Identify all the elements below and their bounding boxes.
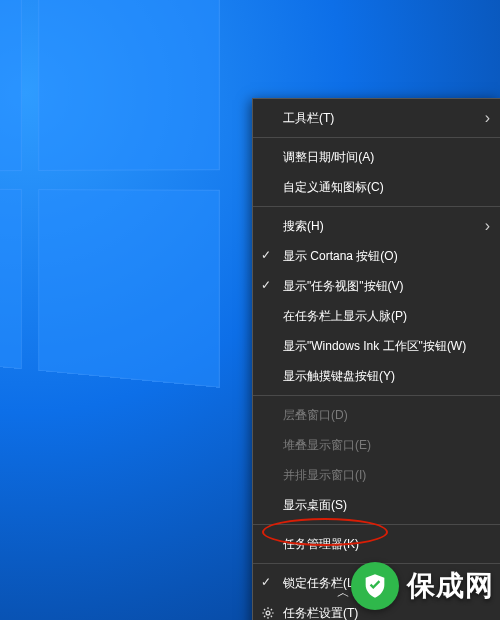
menu-side-by-side: 并排显示窗口(I) [253, 460, 500, 490]
check-icon: ✓ [261, 575, 271, 589]
menu-label: 层叠窗口(D) [283, 407, 348, 424]
menu-label: 搜索(H) [283, 218, 324, 235]
desktop[interactable]: 工具栏(T) 调整日期/时间(A) 自定义通知图标(C) 搜索(H) ✓显示 C… [0, 0, 500, 620]
menu-label: 显示"Windows Ink 工作区"按钮(W) [283, 338, 466, 355]
separator [253, 137, 500, 138]
logo-pane [0, 0, 22, 172]
separator [253, 206, 500, 207]
menu-adjust-date[interactable]: 调整日期/时间(A) [253, 142, 500, 172]
menu-label: 自定义通知图标(C) [283, 179, 384, 196]
svg-point-0 [266, 611, 270, 615]
menu-label: 显示"任务视图"按钮(V) [283, 278, 404, 295]
menu-search[interactable]: 搜索(H) [253, 211, 500, 241]
separator [253, 524, 500, 525]
menu-label: 在任务栏上显示人脉(P) [283, 308, 407, 325]
menu-show-cortana[interactable]: ✓显示 Cortana 按钮(O) [253, 241, 500, 271]
logo-pane [38, 189, 220, 388]
menu-cascade: 层叠窗口(D) [253, 400, 500, 430]
menu-task-manager[interactable]: 任务管理器(K) [253, 529, 500, 559]
menu-label: 显示触摸键盘按钮(Y) [283, 368, 395, 385]
watermark-shield-icon [351, 562, 399, 610]
check-icon: ✓ [261, 248, 271, 262]
menu-show-desktop[interactable]: 显示桌面(S) [253, 490, 500, 520]
watermark: 保成网 [345, 558, 500, 614]
menu-label: 堆叠显示窗口(E) [283, 437, 371, 454]
menu-label: 显示桌面(S) [283, 497, 347, 514]
menu-show-people[interactable]: 在任务栏上显示人脉(P) [253, 301, 500, 331]
menu-toolbars[interactable]: 工具栏(T) [253, 103, 500, 133]
logo-pane [0, 188, 22, 369]
menu-show-taskview[interactable]: ✓显示"任务视图"按钮(V) [253, 271, 500, 301]
menu-show-touchkb[interactable]: 显示触摸键盘按钮(Y) [253, 361, 500, 391]
menu-label: 调整日期/时间(A) [283, 149, 374, 166]
logo-pane [38, 0, 220, 171]
menu-label: 并排显示窗口(I) [283, 467, 366, 484]
menu-label: 任务管理器(K) [283, 536, 359, 553]
menu-show-ink[interactable]: 显示"Windows Ink 工作区"按钮(W) [253, 331, 500, 361]
separator [253, 395, 500, 396]
menu-label: 工具栏(T) [283, 110, 334, 127]
menu-label: 显示 Cortana 按钮(O) [283, 248, 398, 265]
menu-custom-notify[interactable]: 自定义通知图标(C) [253, 172, 500, 202]
check-icon: ✓ [261, 278, 271, 292]
taskbar-context-menu: 工具栏(T) 调整日期/时间(A) 自定义通知图标(C) 搜索(H) ✓显示 C… [252, 98, 500, 620]
menu-stack: 堆叠显示窗口(E) [253, 430, 500, 460]
watermark-text: 保成网 [407, 567, 494, 605]
windows-logo [0, 0, 220, 388]
gear-icon [261, 606, 275, 620]
